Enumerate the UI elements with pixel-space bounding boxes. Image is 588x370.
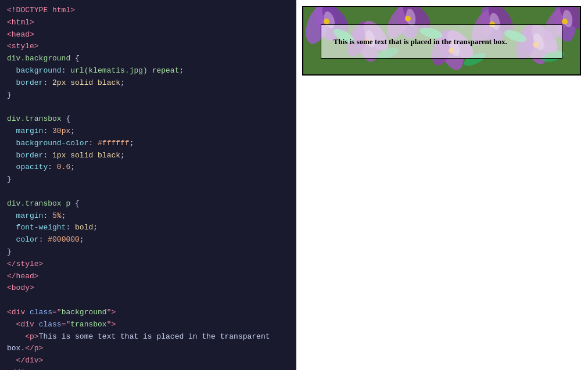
code-line-17: font-weight: bold; [7,222,289,234]
head-open-tag: <head> [7,30,34,39]
attr-class2: class [39,320,62,329]
code-line-6: background: url(klematis.jpg) repeat; [7,65,289,77]
prop-background: background [16,66,62,75]
code-line-16: margin: 5%; [7,210,289,222]
style-open-tag: <style> [7,42,39,51]
code-line-2: <html> [7,17,289,29]
prop-bg-color: background-color [16,139,89,148]
code-line-14: } [7,174,289,186]
code-line-13: opacity: 0.6; [7,161,289,174]
val-opacity: 0.6 [57,163,70,171]
code-line-11: background-color: #ffffff; [7,138,289,150]
val-border2: 1px solid black [52,151,120,160]
val-border1: 2px solid black [52,78,120,87]
code-line-18: color: #000000; [7,234,289,246]
selector-transbox-p: div.transbox p [7,199,75,208]
val-background: url(klematis.jpg) repeat [70,66,179,75]
body-open-tag: <body> [7,283,34,292]
transbox-div: This is some text that is placed in the … [321,24,562,59]
code-line-20: </style> [7,258,289,271]
transbox-text: This is some text that is placed in the … [334,37,550,46]
prop-margin2: margin [16,211,44,220]
code-line-27: </div> [7,355,289,367]
html-open-tag: <html> [7,18,34,27]
code-line-1: <!DOCTYPE html> [7,5,289,17]
head-close-tag: </head> [7,272,39,281]
svg-point-41 [562,19,568,24]
code-line-22: <body> [7,282,289,294]
code-line-7: border: 2px solid black; [7,77,289,89]
prop-border2: border [16,151,44,160]
selector-background: div.background [7,54,75,63]
p-close: </p> [25,344,43,353]
style-close-tag: </style> [7,260,43,268]
background-div: This is some text that is placed in the … [302,6,581,76]
preview-panel: This is some text that is placed in the … [296,0,588,370]
prop-border1: border [16,78,44,87]
code-line-24: <div class="transbox"> [7,319,289,331]
blank-line-2 [7,186,289,198]
svg-point-37 [405,16,411,21]
div-transbox-close: </div> [16,356,44,365]
code-line-12: border: 1px solid black; [7,150,289,162]
div-transbox-open: <div [16,320,39,329]
p-open: <p> [25,332,38,341]
svg-point-35 [324,19,329,24]
blank-line-1 [7,101,289,113]
doctype-tag: <!DOCTYPE html> [7,6,75,15]
code-line-26: box.</p> [7,343,289,355]
code-line-25: <p>This is some text that is placed in t… [7,331,289,343]
div-background-open: <div [7,308,30,317]
code-line-19: } [7,246,289,258]
val-color: #000000 [48,235,80,244]
val-bg-color: #ffffff [98,139,130,148]
val-margin1: 30px [52,127,70,135]
code-line-8: } [7,89,289,102]
prop-color: color [16,235,39,244]
code-line-9: div.transbox { [7,113,289,125]
code-line-3: <head> [7,29,289,41]
code-line-21: </head> [7,271,289,283]
code-editor: <!DOCTYPE html> <html> <head> <style> di… [0,0,296,370]
prop-opacity: opacity [16,163,48,171]
prop-font-weight: font-weight [16,223,66,232]
code-line-15: div.transbox p { [7,198,289,210]
blank-line-3 [7,294,289,307]
code-line-10: margin: 30px; [7,125,289,138]
selector-transbox: div.transbox [7,114,66,123]
code-line-23: <div class="background"> [7,307,289,319]
code-line-28: </div> [7,367,289,370]
val-margin2: 5% [52,211,62,220]
code-line-5: div.background { [7,53,289,65]
val-font-weight: bold [75,223,93,232]
attr-class1: class [30,308,52,317]
code-line-4: <style> [7,41,289,53]
prop-margin1: margin [16,127,44,135]
